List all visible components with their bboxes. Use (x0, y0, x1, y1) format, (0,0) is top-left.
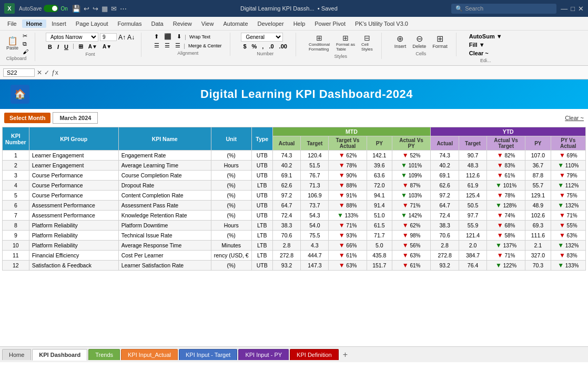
align-middle-button[interactable]: ⬛ (162, 33, 174, 41)
tab-kpi-input-actual[interactable]: KPI Input_Actual (121, 349, 178, 360)
email-icon[interactable]: ✉ (111, 5, 117, 13)
home-icon-box[interactable]: 🏠 (11, 85, 29, 104)
tab-home[interactable]: Home (2, 349, 31, 360)
merge-center-button[interactable]: Merge & Center (186, 43, 224, 49)
copy-icon[interactable]: ⧉ (23, 41, 28, 47)
wrap-text-button[interactable]: Wrap Text (187, 34, 212, 40)
dashboard-title: Digital Learning KPI Dashboard-2024 (36, 87, 577, 101)
align-center-button[interactable]: ☰ (163, 42, 172, 49)
percent-button[interactable]: % (250, 43, 259, 50)
cell-styles-button[interactable]: ⊟ CellStyles (359, 33, 375, 53)
format-painter-icon[interactable]: 🖌 (23, 48, 28, 55)
menu-view[interactable]: View (197, 19, 218, 28)
search-placeholder: Search (465, 5, 483, 12)
menu-power-pivot[interactable]: Power Pivot (310, 19, 350, 28)
cell-ytd-pvsa: ▼ 132% (551, 201, 585, 211)
clear-button[interactable]: Clear ~ (467, 49, 504, 57)
border-button[interactable]: ⊞ (76, 43, 85, 51)
function-button[interactable]: ✕ (37, 69, 42, 76)
menu-pk-utility[interactable]: PK's Utility Tool V3.0 (351, 19, 412, 28)
cell-mtd-actual: 74.3 (272, 151, 301, 161)
tab-kpi-input-py[interactable]: KPI Input - PY (238, 349, 289, 360)
format-cells-button[interactable]: ⊞ Format (430, 33, 450, 50)
cell-ytd-avst: ▼ 101% (486, 181, 525, 191)
menu-automate[interactable]: Automate (219, 19, 252, 28)
tab-trends[interactable]: Trends (88, 349, 120, 360)
select-month-button[interactable]: Select Month (4, 113, 50, 123)
align-left-button[interactable]: ☰ (152, 42, 161, 49)
align-top-button[interactable]: ⬆ (152, 33, 161, 41)
decrease-font-icon[interactable]: A↓ (127, 34, 135, 41)
menu-insert[interactable]: Insert (47, 19, 70, 28)
font-size-input[interactable] (100, 33, 117, 41)
save-icon[interactable]: 💾 (72, 5, 80, 13)
align-right-button[interactable]: ☰ (173, 42, 183, 49)
paste-label: Paste (6, 45, 18, 51)
cell-mtd-py: 151.7 (367, 261, 392, 271)
bold-button[interactable]: B (46, 43, 54, 51)
down-arrow-icon: ▼ (402, 252, 409, 259)
menu-formulas[interactable]: Formulas (114, 19, 146, 28)
format-as-table-button[interactable]: ⊞ Format asTable (334, 33, 357, 53)
close-icon[interactable]: ✕ (578, 5, 584, 13)
cell-kpi-group: Learner Engagement (29, 151, 118, 161)
table-icon[interactable]: ▦ (102, 5, 108, 13)
underline-button[interactable]: U (62, 43, 70, 51)
delete-cells-button[interactable]: ⊖ Delete (410, 33, 428, 50)
font-color-button[interactable]: A▼ (100, 43, 114, 51)
increase-font-icon[interactable]: A↑ (118, 34, 126, 41)
align-bottom-button[interactable]: ⬇ (175, 33, 184, 41)
fill-button[interactable]: Fill ▼ (467, 41, 504, 48)
clear-button-top[interactable]: Clear ~ (565, 115, 584, 121)
down-arrow-icon: ▼ (339, 222, 345, 229)
cell-reference[interactable] (3, 68, 35, 77)
cell-ytd-avst: ▼ 78% (486, 191, 525, 201)
cell-mtd-target: 120.4 (301, 151, 329, 161)
formula-input[interactable] (60, 68, 585, 77)
cell-mtd-tvsa: ▼ 88% (329, 181, 367, 191)
cell-mtd-py: 142.1 (367, 151, 392, 161)
number-format-select[interactable]: General (241, 33, 283, 42)
undo-icon[interactable]: ↩ (84, 5, 89, 13)
menu-page-layout[interactable]: Page Layout (72, 19, 113, 28)
menu-home[interactable]: Home (22, 19, 47, 28)
formula-button[interactable]: ƒx (52, 69, 58, 76)
file-title: Digital Learning KPI Dassh... • Saved (131, 5, 447, 12)
currency-button[interactable]: $ (241, 43, 248, 50)
tab-kpi-definition[interactable]: KPI Definition (290, 349, 339, 360)
more-icon[interactable]: ⋯ (120, 5, 127, 13)
restore-icon[interactable]: □ (571, 5, 575, 13)
cell-ytd-avst: ▼ 122% (486, 261, 525, 271)
increase-decimal-button[interactable]: .00 (277, 43, 289, 50)
add-sheet-button[interactable]: + (340, 350, 351, 360)
up-arrow-icon: ▼ (557, 162, 564, 169)
menu-developer[interactable]: Developer (254, 19, 288, 28)
autosum-button[interactable]: AutoSum ▼ (467, 33, 504, 40)
search-bar[interactable]: 🔍 Search (451, 4, 556, 14)
comma-button[interactable]: , (260, 43, 266, 50)
conditional-formatting-button[interactable]: ⊞ ConditionalFormatting (307, 33, 332, 53)
menu-help[interactable]: Help (289, 19, 310, 28)
paste-button[interactable]: 📋 Paste (4, 36, 21, 52)
formula-bar: ✕ ✓ ƒx (0, 66, 588, 79)
tab-kpi-dashboard[interactable]: KPI Dashboard (32, 349, 87, 361)
fill-color-button[interactable]: A▼ (86, 43, 99, 51)
confirm-button[interactable]: ✓ (44, 69, 49, 76)
cell-mtd-avspy: ▼ 61% (392, 261, 430, 271)
cut-icon[interactable]: ✂ (23, 33, 28, 39)
font-name-select[interactable]: Aptos Narrow (46, 33, 98, 42)
minimize-icon[interactable]: — (561, 5, 567, 13)
menu-review[interactable]: Review (169, 19, 196, 28)
insert-cells-button[interactable]: ⊕ Insert (392, 33, 409, 50)
down-arrow-icon: ▼ (497, 232, 503, 239)
tab-kpi-input-target[interactable]: KPI Input - Target (179, 349, 237, 360)
menu-data[interactable]: Data (147, 19, 167, 28)
italic-button[interactable]: I (55, 43, 61, 51)
search-icon: 🔍 (455, 5, 463, 12)
cell-mtd-avspy: ▼ 62% (392, 221, 430, 231)
decrease-decimal-button[interactable]: .0 (267, 43, 276, 50)
menu-file[interactable]: File (3, 19, 21, 28)
autosave-toggle[interactable] (44, 5, 58, 12)
cell-styles-icon: ⊟ (364, 34, 370, 42)
redo-icon[interactable]: ↪ (93, 5, 98, 13)
